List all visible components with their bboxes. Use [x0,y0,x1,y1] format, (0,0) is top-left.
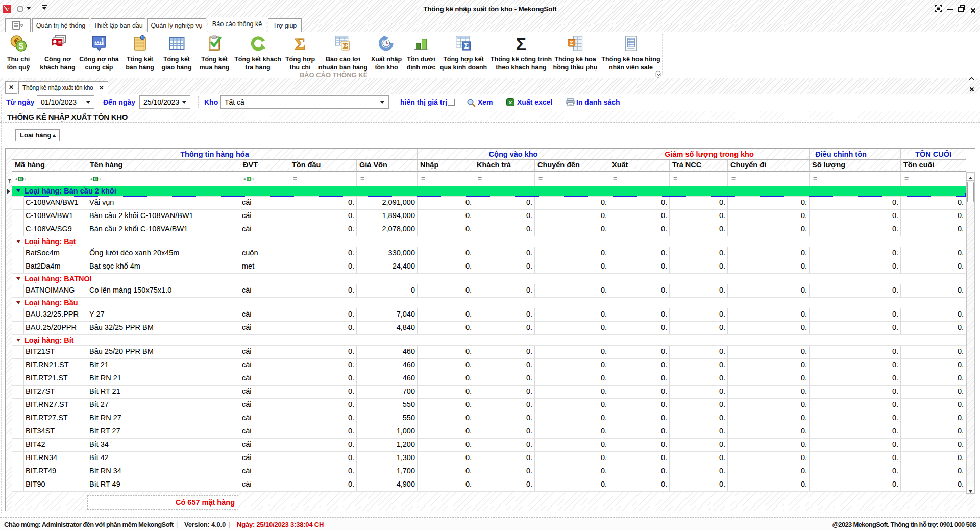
svg-text:Σ: Σ [295,35,306,52]
svg-text:Σ: Σ [343,42,348,50]
svg-text:Σ: Σ [464,42,469,50]
svg-text:x: x [509,99,512,105]
svg-text:Σ: Σ [570,40,573,46]
svg-text:Σ: Σ [516,35,526,52]
svg-text:$: $ [19,42,23,51]
